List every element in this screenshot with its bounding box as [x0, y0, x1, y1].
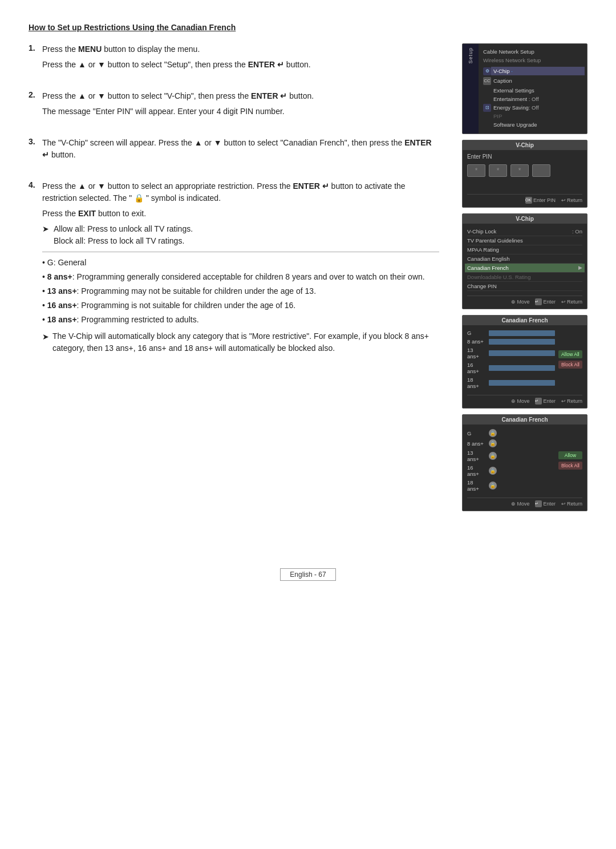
menu-entertainment: Entertainment : Off	[493, 95, 539, 103]
cdn-french-row: Canadian French ▶	[465, 264, 585, 273]
setup-menu-content: Cable Network Setup Wireless Network Set…	[479, 44, 587, 134]
pin-footer-enter: OK Enter PIN	[525, 197, 556, 204]
cf1-rating-13: 13 ans+	[467, 346, 555, 361]
cf2-ratings-list: G 🔒 8 ans+ 🔒 13 ans+ 🔒	[467, 428, 555, 493]
rating-g: • G: General	[42, 257, 439, 269]
cf1-footer: ⊕ Move ↵ Enter ↩ Return	[467, 395, 582, 405]
cf2-rating-g: G 🔒	[467, 428, 555, 438]
instructions-panel: 1. Press the MENU button to display the …	[29, 43, 445, 511]
menu-software: Software Upgrade	[493, 120, 539, 129]
pin-box-2: *	[489, 164, 507, 177]
vchip-lock-row: V-Chip Lock : On	[467, 227, 582, 236]
cf1-bar-8	[489, 339, 555, 345]
caption-row: CC Caption	[483, 76, 582, 85]
enter-pin-label: Enter PIN	[467, 153, 582, 160]
cf-screen-1-title: Canadian French	[463, 316, 587, 325]
cf1-rating-16: 16 ans+	[467, 361, 555, 375]
rating-8: • 8 ans+: Programming generally consider…	[42, 271, 439, 283]
pin-boxes: * * *	[467, 164, 582, 177]
ext-group: External Settings Entertainment : Off En…	[493, 86, 539, 129]
step-1-content: Press the MENU button to display the men…	[42, 43, 311, 74]
gear-icon: ⚙	[483, 67, 491, 75]
cf1-ratings-area: G 8 ans+ 13 ans+	[467, 329, 582, 390]
menu-caption: Caption	[493, 76, 512, 85]
pin-screen-footer: OK Enter PIN ↩ Return	[467, 194, 582, 204]
vchip-screen: V-Chip V-Chip Lock : On TV Parental Guid…	[462, 213, 587, 309]
cf-screen-1-body: G 8 ans+ 13 ans+	[463, 325, 587, 408]
rating-18: • 18 ans+: Programming restricted to adu…	[42, 314, 439, 326]
setup-screen-inner: Setup Cable Network Setup Wireless Netwo…	[463, 44, 587, 134]
cf2-rating-18: 18 ans+ 🔒	[467, 478, 555, 493]
main-layout: 1. Press the MENU button to display the …	[29, 43, 587, 511]
ext-row: ⊡ External Settings Entertainment : Off …	[483, 86, 582, 129]
cf2-footer-return: ↩ Return	[561, 500, 582, 507]
menu-wireless: Wireless Network Setup	[483, 56, 582, 64]
cf-screen-2: Canadian French G 🔒 8 ans+ 🔒	[462, 414, 587, 511]
rating-13: • 13 ans+: Programming may not be suitab…	[42, 285, 439, 297]
cf2-lock-13: 🔒	[489, 452, 497, 460]
vchip-menu: V-Chip Lock : On TV Parental Guidelines …	[467, 227, 582, 291]
cf1-label-16: 16 ans+	[467, 362, 485, 374]
block-note-arrow: ➤	[42, 330, 49, 357]
sidebar-label: Setup	[468, 47, 473, 64]
step-1-number: 1.	[29, 43, 38, 74]
vchip-footer-enter: ↵ Enter	[535, 298, 556, 305]
step-1: 1. Press the MENU button to display the …	[29, 43, 439, 74]
cf1-label-g: G	[467, 330, 485, 336]
footer-text: English - 67	[280, 568, 335, 581]
cf2-label-g: G	[467, 430, 485, 436]
step-2-content: Press the ▲ or ▼ button to select "V-Chi…	[42, 90, 314, 121]
cf2-footer-move: ⊕ Move	[511, 500, 529, 507]
cf2-rating-13: 13 ans+ 🔒	[467, 448, 555, 463]
cf1-side-buttons: Allow All Block All	[558, 329, 582, 390]
allow-all-button[interactable]: Allow All	[558, 350, 582, 358]
vchip-footer: ⊕ Move ↵ Enter ↩ Return	[467, 296, 582, 305]
cf1-footer-return: ↩ Return	[561, 398, 582, 405]
step-2-number: 2.	[29, 90, 38, 121]
allow-note: ➤ Allow all: Press to unlock all TV rati…	[42, 223, 439, 247]
setup-sidebar: Setup	[463, 44, 479, 134]
ok-icon: OK	[525, 197, 532, 204]
block-all-button[interactable]: Block All	[558, 361, 582, 369]
step-4-number: 4.	[29, 180, 38, 357]
pin-box-1: *	[467, 164, 485, 177]
menu-vchip: V-Chip ·	[491, 67, 585, 75]
cf2-side-buttons: Allow Block All	[558, 428, 582, 493]
menu-pip: PIP	[493, 112, 539, 120]
pin-screen: V-Chip Enter PIN * * * OK Enter PIN ↩ Re…	[462, 140, 587, 208]
cf1-rating-g: G	[467, 329, 555, 337]
menu-cable: Cable Network Setup	[483, 47, 582, 56]
page-container: How to Set up Restrictions Using the Can…	[29, 23, 587, 581]
setup-screen: Setup Cable Network Setup Wireless Netwo…	[462, 43, 587, 134]
pin-screen-title: V-Chip	[463, 140, 587, 150]
cdn-french-arrow: ▶	[578, 265, 582, 271]
pin-box-4	[532, 164, 550, 177]
cf1-rating-8: 8 ans+	[467, 337, 555, 346]
cf1-bar-13	[489, 350, 555, 356]
cf2-rating-16: 16 ans+ 🔒	[467, 463, 555, 478]
cf-screen-2-body: G 🔒 8 ans+ 🔒 13 ans+ 🔒	[463, 424, 587, 511]
cf2-lock-g: 🔒	[489, 429, 497, 437]
vchip-footer-move: ⊕ Move	[511, 298, 529, 305]
vchip-screen-body: V-Chip Lock : On TV Parental Guidelines …	[463, 224, 587, 309]
cf1-footer-move: ⊕ Move	[511, 398, 529, 405]
cf1-bar-16	[489, 365, 555, 371]
cf2-ratings-area: G 🔒 8 ans+ 🔒 13 ans+ 🔒	[467, 428, 582, 493]
cf1-bar-g	[489, 330, 555, 336]
cf2-lock-8: 🔒	[489, 439, 497, 447]
pin-box-3: *	[510, 164, 529, 177]
cf2-label-13: 13 ans+	[467, 450, 485, 462]
step-1-line-1: Press the MENU button to display the men…	[42, 43, 311, 55]
screens-panel: Setup Cable Network Setup Wireless Netwo…	[462, 43, 587, 511]
step-2-line-2: The message "Enter PIN" will appear. Ent…	[42, 106, 314, 118]
arrow-icon-1: ➤	[42, 223, 50, 247]
rating-16: • 16 ans+: Programming is not suitable f…	[42, 300, 439, 312]
cf2-block-all-button[interactable]: Block All	[558, 462, 582, 470]
page-footer: English - 67	[29, 534, 587, 581]
vchip-lock-label: V-Chip Lock	[467, 228, 496, 235]
step-3-number: 3.	[29, 137, 38, 164]
allow-button[interactable]: Allow	[558, 451, 582, 459]
cf1-label-8: 8 ans+	[467, 338, 485, 345]
cf-screen-2-title: Canadian French	[463, 415, 587, 424]
cf1-rating-18: 18 ans+	[467, 375, 555, 390]
